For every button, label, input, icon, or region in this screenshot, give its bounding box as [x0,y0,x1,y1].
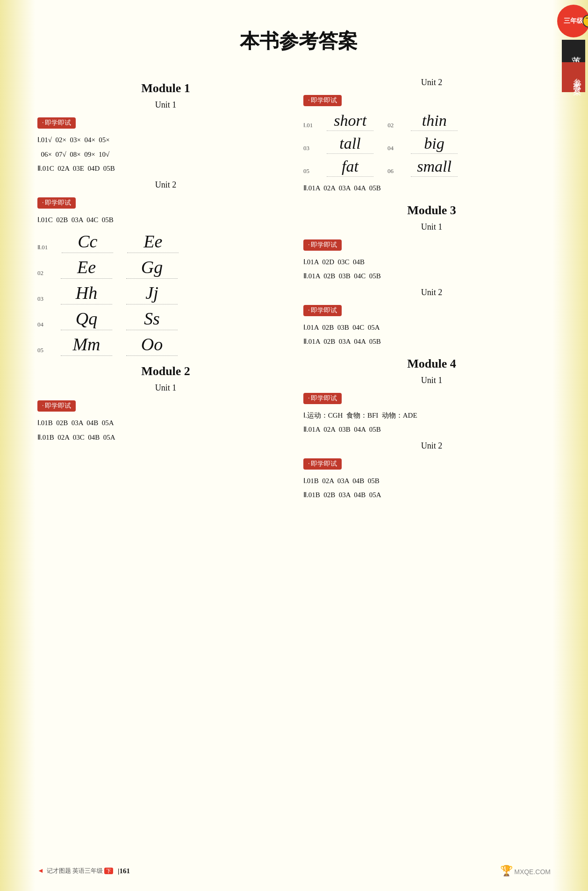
unit1-heading: Unit 1 [37,100,294,110]
hw-row-04: 04 Qq Ss [37,308,294,330]
answer-row: Ⅰ.运动：CGH 食物：BFI 动物：ADE [303,409,560,422]
word-short: short [327,112,373,131]
hw-num-03: 03 [37,296,47,304]
m3u2-answers: Ⅰ.01A 02B 03B 04C 05A Ⅱ.01A 02B 03A 04A … [303,321,560,348]
m1u2-answers: Ⅰ.01C 02B 03A 04C 05B [37,213,294,227]
hw-num-04: 04 [37,321,47,330]
hw-word-Ee2: Ee [61,257,112,279]
answer-row: Ⅱ.01B 02B 03A 04B 05A [303,488,560,502]
hw-num-02: 02 [37,270,47,279]
word-small: small [411,158,458,177]
module4-heading: Module 4 [303,357,560,371]
arrow-icon: ◄ [37,867,44,875]
hw-word-Gg: Gg [126,257,178,279]
badge-m1u2: 即学即试 [37,197,76,209]
left-column: Module 1 Unit 1 即学即试 Ⅰ.01√ 02× 03× 04× 0… [37,73,294,507]
answer-row: Ⅰ.01B 02A 03A 04B 05B [303,474,560,488]
desc-row-2: 03 tall 04 big [303,135,560,154]
r-m1u2-answers: Ⅱ.01A 02A 03A 04A 05B [303,181,560,195]
desc-row-1: Ⅰ.01 short 02 thin [303,112,560,131]
unit2-right-heading: Unit 2 [303,78,560,87]
hw-word-Ee1: Ee [127,231,179,253]
word-big: big [411,135,458,154]
hw-row-03: 03 Hh Jj [37,283,294,304]
hw-row-05: 05 Mm Oo [37,334,294,356]
answer-row: Ⅱ.01B 02A 03C 04B 05A [37,431,294,444]
hw-word-Cc: Cc [62,231,113,253]
right-tab: 三年级 下 英语 参考答案 [559,0,588,92]
answer-row: Ⅰ.01C 02B 03A 04C 05B [37,213,294,227]
hw-word-Jj: Jj [126,283,178,304]
badge-m4u1: 即学即试 [303,393,342,404]
hw-num-05: 05 [37,347,47,356]
page-number: |161 [116,867,130,875]
desc-row-3: 05 fat 06 small [303,158,560,177]
module1-heading: Module 1 [37,81,294,95]
desc-num-02: 02 [387,122,397,131]
desc-num-06: 06 [387,168,397,177]
answer-row: Ⅰ.01A 02B 03B 04C 05A [303,321,560,334]
badge-m3u2: 即学即试 [303,305,342,316]
unit1-m3-heading: Unit 1 [303,222,560,232]
badge-m1u1: 即学即试 [37,117,76,129]
desc-num-04: 04 [387,145,397,154]
badge-m3u1: 即学即试 [303,239,342,251]
hw-word-Oo: Oo [126,334,178,356]
badge-m4u2: 即学即试 [303,458,342,470]
m1u1-answers: Ⅰ.01√ 02× 03× 04× 05× 06× 07√ 08× 09× 10… [37,133,294,175]
word-tall: tall [327,135,373,154]
word-thin: thin [411,112,458,131]
m4u1-answers: Ⅰ.运动：CGH 食物：BFI 动物：ADE Ⅱ.01A 02A 03B 04A… [303,409,560,436]
desc-num-05: 05 [303,168,313,177]
unit2-m4-heading: Unit 2 [303,441,560,451]
answer-row: Ⅰ.01√ 02× 03× 04× 05× [37,133,294,147]
handwriting-section: Ⅱ.01 Cc Ee 02 Ee Gg 03 Hh Jj 04 Qq S [37,231,294,356]
bottom-left: ◄ 记才图题 英语三年级 下 |161 [37,867,130,875]
word-fat: fat [327,158,373,177]
m3u1-answers: Ⅰ.01A 02D 03C 04B Ⅱ.01A 02B 03B 04C 05B [303,255,560,283]
hw-word-Qq: Qq [61,308,112,330]
m2u1-answers: Ⅰ.01B 02B 03A 04B 05A Ⅱ.01B 02A 03C 04B … [37,416,294,444]
answer-row: Ⅱ.01A 02B 03B 04C 05B [303,269,560,283]
watermark-text: MXQE.COM [514,868,551,876]
answer-row: Ⅰ.01A 02D 03C 04B [303,255,560,269]
answer-row: Ⅱ.01A 02B 03A 04A 05B [303,335,560,348]
bottom-label: 记才图题 英语三年级 下 [47,867,114,875]
page-title: 本书参考答案 [37,28,560,54]
hw-word-Ss: Ss [126,308,178,330]
badge-r-m1u2: 即学即试 [303,95,342,106]
answer-row: Ⅱ.01C 02A 03E 04D 05B [37,162,294,175]
answer-row: Ⅰ.01B 02B 03A 04B 05A [37,416,294,430]
grade-badge: 三年级 下 [557,5,588,37]
desc-num-01: Ⅰ.01 [303,122,313,131]
answer-tab: 参考答案 [562,62,585,92]
unit2-m3-heading: Unit 2 [303,288,560,297]
hw-row-01: Ⅱ.01 Cc Ee [37,231,294,253]
unit2-m1-heading: Unit 2 [37,180,294,190]
bottom-bar: ◄ 记才图题 英语三年级 下 |161 🏆 MXQE.COM [0,865,588,877]
subject-tab: 英语 [562,40,585,62]
unit1-m4-heading: Unit 1 [303,376,560,385]
module3-heading: Module 3 [303,203,560,217]
desc-num-03: 03 [303,145,313,154]
hw-label: Ⅱ.01 [37,244,48,253]
right-column: Unit 2 即学即试 Ⅰ.01 short 02 thin 03 tall 0… [303,73,560,507]
page: 三年级 下 英语 参考答案 本书参考答案 Module 1 Unit 1 即学即… [0,0,588,891]
grade-text: 三年级 [564,17,583,25]
desc-words-section: Ⅰ.01 short 02 thin 03 tall 04 big 05 fat… [303,112,560,177]
answer-row: Ⅱ.01A 02A 03B 04A 05B [303,423,560,436]
content-wrapper: Module 1 Unit 1 即学即试 Ⅰ.01√ 02× 03× 04× 0… [37,73,560,507]
hw-row-02: 02 Ee Gg [37,257,294,279]
badge-m2u1: 即学即试 [37,400,76,412]
module2-heading: Module 2 [37,364,294,378]
hw-word-Mm: Mm [61,334,112,356]
unit1-m2-heading: Unit 1 [37,383,294,393]
watermark: 🏆 MXQE.COM [500,865,551,877]
watermark-icon: 🏆 [500,865,513,877]
hw-word-Hh: Hh [61,283,112,304]
answer-row: 06× 07√ 08× 09× 10√ [37,148,294,161]
answer-row: Ⅱ.01A 02A 03A 04A 05B [303,181,560,195]
m4u2-answers: Ⅰ.01B 02A 03A 04B 05B Ⅱ.01B 02B 03A 04B … [303,474,560,502]
